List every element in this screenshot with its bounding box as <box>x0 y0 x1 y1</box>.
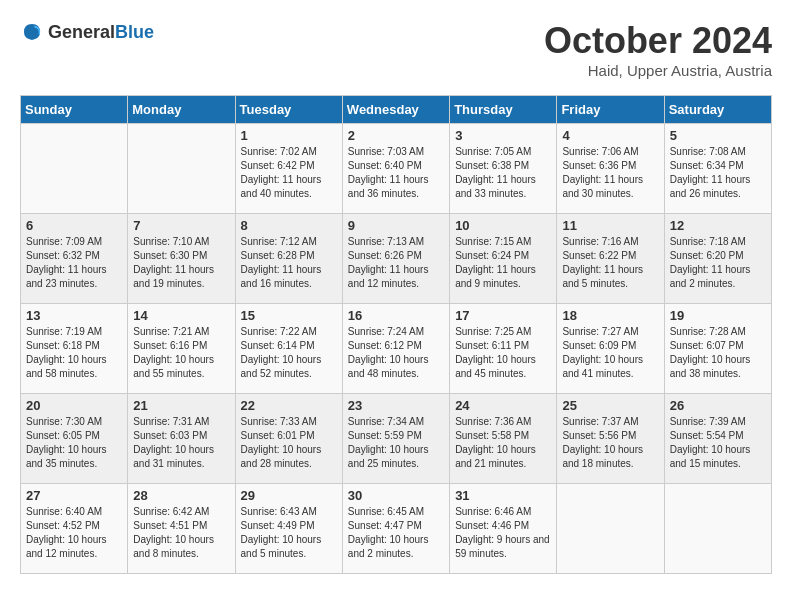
day-detail: Sunrise: 7:12 AMSunset: 6:28 PMDaylight:… <box>241 235 337 291</box>
calendar-cell: 3Sunrise: 7:05 AMSunset: 6:38 PMDaylight… <box>450 124 557 214</box>
day-number: 2 <box>348 128 444 143</box>
day-detail: Sunrise: 7:02 AMSunset: 6:42 PMDaylight:… <box>241 145 337 201</box>
day-number: 9 <box>348 218 444 233</box>
day-detail: Sunrise: 7:39 AMSunset: 5:54 PMDaylight:… <box>670 415 766 471</box>
calendar-cell: 31Sunrise: 6:46 AMSunset: 4:46 PMDayligh… <box>450 484 557 574</box>
day-number: 25 <box>562 398 658 413</box>
day-detail: Sunrise: 7:16 AMSunset: 6:22 PMDaylight:… <box>562 235 658 291</box>
weekday-header: Thursday <box>450 96 557 124</box>
day-detail: Sunrise: 6:46 AMSunset: 4:46 PMDaylight:… <box>455 505 551 561</box>
day-number: 6 <box>26 218 122 233</box>
calendar-cell <box>557 484 664 574</box>
calendar-cell: 12Sunrise: 7:18 AMSunset: 6:20 PMDayligh… <box>664 214 771 304</box>
day-detail: Sunrise: 6:43 AMSunset: 4:49 PMDaylight:… <box>241 505 337 561</box>
calendar-cell: 24Sunrise: 7:36 AMSunset: 5:58 PMDayligh… <box>450 394 557 484</box>
location-title: Haid, Upper Austria, Austria <box>544 62 772 79</box>
logo-blue: Blue <box>115 22 154 42</box>
day-number: 4 <box>562 128 658 143</box>
day-number: 18 <box>562 308 658 323</box>
calendar-cell <box>664 484 771 574</box>
day-detail: Sunrise: 7:09 AMSunset: 6:32 PMDaylight:… <box>26 235 122 291</box>
calendar-cell: 1Sunrise: 7:02 AMSunset: 6:42 PMDaylight… <box>235 124 342 214</box>
day-number: 22 <box>241 398 337 413</box>
calendar-cell: 25Sunrise: 7:37 AMSunset: 5:56 PMDayligh… <box>557 394 664 484</box>
calendar-cell: 15Sunrise: 7:22 AMSunset: 6:14 PMDayligh… <box>235 304 342 394</box>
title-block: October 2024 Haid, Upper Austria, Austri… <box>544 20 772 79</box>
weekday-header-row: SundayMondayTuesdayWednesdayThursdayFrid… <box>21 96 772 124</box>
day-number: 30 <box>348 488 444 503</box>
calendar-week-row: 1Sunrise: 7:02 AMSunset: 6:42 PMDaylight… <box>21 124 772 214</box>
day-detail: Sunrise: 7:30 AMSunset: 6:05 PMDaylight:… <box>26 415 122 471</box>
day-detail: Sunrise: 6:42 AMSunset: 4:51 PMDaylight:… <box>133 505 229 561</box>
day-detail: Sunrise: 7:19 AMSunset: 6:18 PMDaylight:… <box>26 325 122 381</box>
calendar-cell: 5Sunrise: 7:08 AMSunset: 6:34 PMDaylight… <box>664 124 771 214</box>
logo-text: GeneralBlue <box>48 22 154 43</box>
day-number: 12 <box>670 218 766 233</box>
logo-icon <box>20 20 44 44</box>
logo-general: General <box>48 22 115 42</box>
day-detail: Sunrise: 7:25 AMSunset: 6:11 PMDaylight:… <box>455 325 551 381</box>
logo: GeneralBlue <box>20 20 154 44</box>
calendar-cell: 28Sunrise: 6:42 AMSunset: 4:51 PMDayligh… <box>128 484 235 574</box>
calendar-cell: 13Sunrise: 7:19 AMSunset: 6:18 PMDayligh… <box>21 304 128 394</box>
calendar-cell: 6Sunrise: 7:09 AMSunset: 6:32 PMDaylight… <box>21 214 128 304</box>
calendar-cell: 22Sunrise: 7:33 AMSunset: 6:01 PMDayligh… <box>235 394 342 484</box>
calendar-week-row: 20Sunrise: 7:30 AMSunset: 6:05 PMDayligh… <box>21 394 772 484</box>
day-number: 28 <box>133 488 229 503</box>
day-number: 20 <box>26 398 122 413</box>
day-detail: Sunrise: 7:34 AMSunset: 5:59 PMDaylight:… <box>348 415 444 471</box>
day-detail: Sunrise: 7:21 AMSunset: 6:16 PMDaylight:… <box>133 325 229 381</box>
page-header: GeneralBlue October 2024 Haid, Upper Aus… <box>20 20 772 79</box>
weekday-header: Wednesday <box>342 96 449 124</box>
calendar-cell: 8Sunrise: 7:12 AMSunset: 6:28 PMDaylight… <box>235 214 342 304</box>
calendar-cell: 14Sunrise: 7:21 AMSunset: 6:16 PMDayligh… <box>128 304 235 394</box>
day-number: 27 <box>26 488 122 503</box>
calendar-cell: 21Sunrise: 7:31 AMSunset: 6:03 PMDayligh… <box>128 394 235 484</box>
weekday-header: Saturday <box>664 96 771 124</box>
day-detail: Sunrise: 7:31 AMSunset: 6:03 PMDaylight:… <box>133 415 229 471</box>
day-detail: Sunrise: 7:08 AMSunset: 6:34 PMDaylight:… <box>670 145 766 201</box>
calendar-cell: 18Sunrise: 7:27 AMSunset: 6:09 PMDayligh… <box>557 304 664 394</box>
day-detail: Sunrise: 7:33 AMSunset: 6:01 PMDaylight:… <box>241 415 337 471</box>
day-detail: Sunrise: 7:10 AMSunset: 6:30 PMDaylight:… <box>133 235 229 291</box>
day-number: 24 <box>455 398 551 413</box>
day-number: 8 <box>241 218 337 233</box>
calendar-cell: 4Sunrise: 7:06 AMSunset: 6:36 PMDaylight… <box>557 124 664 214</box>
calendar-cell: 2Sunrise: 7:03 AMSunset: 6:40 PMDaylight… <box>342 124 449 214</box>
day-detail: Sunrise: 7:13 AMSunset: 6:26 PMDaylight:… <box>348 235 444 291</box>
day-number: 3 <box>455 128 551 143</box>
calendar-cell: 19Sunrise: 7:28 AMSunset: 6:07 PMDayligh… <box>664 304 771 394</box>
day-number: 7 <box>133 218 229 233</box>
calendar-cell: 26Sunrise: 7:39 AMSunset: 5:54 PMDayligh… <box>664 394 771 484</box>
weekday-header: Tuesday <box>235 96 342 124</box>
calendar-table: SundayMondayTuesdayWednesdayThursdayFrid… <box>20 95 772 574</box>
day-number: 26 <box>670 398 766 413</box>
day-number: 10 <box>455 218 551 233</box>
day-detail: Sunrise: 7:06 AMSunset: 6:36 PMDaylight:… <box>562 145 658 201</box>
calendar-cell <box>21 124 128 214</box>
calendar-cell <box>128 124 235 214</box>
day-number: 13 <box>26 308 122 323</box>
day-number: 21 <box>133 398 229 413</box>
calendar-cell: 16Sunrise: 7:24 AMSunset: 6:12 PMDayligh… <box>342 304 449 394</box>
weekday-header: Sunday <box>21 96 128 124</box>
calendar-cell: 7Sunrise: 7:10 AMSunset: 6:30 PMDaylight… <box>128 214 235 304</box>
weekday-header: Friday <box>557 96 664 124</box>
month-title: October 2024 <box>544 20 772 62</box>
calendar-week-row: 27Sunrise: 6:40 AMSunset: 4:52 PMDayligh… <box>21 484 772 574</box>
day-number: 19 <box>670 308 766 323</box>
day-number: 31 <box>455 488 551 503</box>
day-detail: Sunrise: 7:36 AMSunset: 5:58 PMDaylight:… <box>455 415 551 471</box>
day-detail: Sunrise: 6:40 AMSunset: 4:52 PMDaylight:… <box>26 505 122 561</box>
calendar-week-row: 6Sunrise: 7:09 AMSunset: 6:32 PMDaylight… <box>21 214 772 304</box>
day-number: 11 <box>562 218 658 233</box>
calendar-cell: 30Sunrise: 6:45 AMSunset: 4:47 PMDayligh… <box>342 484 449 574</box>
calendar-cell: 27Sunrise: 6:40 AMSunset: 4:52 PMDayligh… <box>21 484 128 574</box>
calendar-cell: 9Sunrise: 7:13 AMSunset: 6:26 PMDaylight… <box>342 214 449 304</box>
calendar-week-row: 13Sunrise: 7:19 AMSunset: 6:18 PMDayligh… <box>21 304 772 394</box>
day-detail: Sunrise: 6:45 AMSunset: 4:47 PMDaylight:… <box>348 505 444 561</box>
calendar-cell: 23Sunrise: 7:34 AMSunset: 5:59 PMDayligh… <box>342 394 449 484</box>
day-detail: Sunrise: 7:24 AMSunset: 6:12 PMDaylight:… <box>348 325 444 381</box>
calendar-cell: 10Sunrise: 7:15 AMSunset: 6:24 PMDayligh… <box>450 214 557 304</box>
day-number: 16 <box>348 308 444 323</box>
